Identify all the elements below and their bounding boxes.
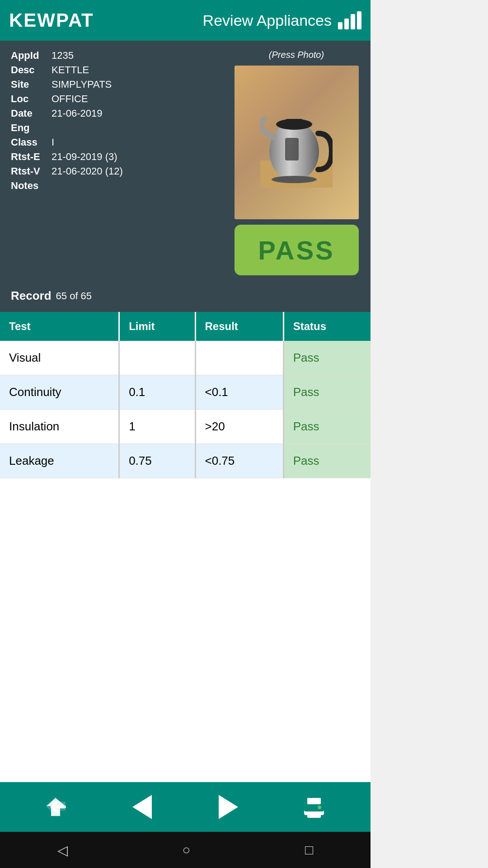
cell-limit bbox=[119, 341, 195, 375]
back-home-button[interactable] bbox=[38, 789, 75, 825]
col-header-test: Test bbox=[0, 312, 119, 341]
appid-label: AppId bbox=[11, 50, 47, 61]
svg-point-16 bbox=[318, 806, 321, 809]
desc-row: Desc KETTLE bbox=[11, 64, 224, 76]
print-icon bbox=[300, 793, 328, 821]
date-value: 21-06-2019 bbox=[52, 108, 103, 119]
next-button[interactable] bbox=[210, 789, 246, 825]
app-logo: KEWPAT bbox=[9, 9, 94, 31]
bar4 bbox=[357, 11, 361, 29]
bar-chart-icon bbox=[338, 11, 361, 29]
rtst-e-value: 21-09-2019 (3) bbox=[52, 151, 117, 163]
appid-value: 1235 bbox=[52, 50, 74, 61]
cell-test: Leakage bbox=[0, 444, 119, 478]
table-header-row: Test Limit Result Status bbox=[0, 312, 371, 341]
appliance-photo-inner bbox=[235, 66, 359, 219]
cell-result bbox=[195, 341, 283, 375]
notes-label: Notes bbox=[11, 180, 47, 192]
print-button[interactable] bbox=[296, 789, 332, 825]
site-value: SIMPLYPATS bbox=[52, 79, 112, 90]
loc-row: Loc OFFICE bbox=[11, 93, 224, 105]
col-header-limit: Limit bbox=[119, 312, 195, 341]
svg-marker-10 bbox=[219, 796, 237, 818]
svg-rect-5 bbox=[285, 138, 299, 160]
cell-status: Pass bbox=[283, 444, 371, 478]
date-label: Date bbox=[11, 108, 47, 119]
class-value: I bbox=[52, 137, 54, 148]
press-photo-label[interactable]: (Press Photo) bbox=[269, 50, 324, 60]
cell-limit: 0.75 bbox=[119, 444, 195, 478]
android-home-button[interactable]: ○ bbox=[182, 842, 190, 858]
cell-limit: 1 bbox=[119, 410, 195, 444]
cell-status: Pass bbox=[283, 410, 371, 444]
prev-button[interactable] bbox=[124, 789, 160, 825]
next-icon bbox=[217, 793, 239, 821]
class-row: Class I bbox=[11, 137, 224, 148]
date-row: Date 21-06-2019 bbox=[11, 108, 224, 119]
loc-label: Loc bbox=[11, 93, 47, 105]
header-title: Review Appliances bbox=[203, 12, 332, 29]
bar3 bbox=[351, 14, 355, 29]
desc-label: Desc bbox=[11, 64, 47, 76]
svg-point-6 bbox=[272, 176, 317, 183]
bar1 bbox=[338, 22, 343, 29]
rtst-e-label: Rtst-E bbox=[11, 151, 47, 163]
back-home-icon bbox=[43, 793, 70, 821]
record-section: Record 65 of 65 bbox=[0, 284, 371, 312]
eng-label: Eng bbox=[11, 122, 47, 134]
table-row: Insulation1>20Pass bbox=[0, 410, 371, 444]
header-right: Review Appliances bbox=[203, 11, 361, 29]
loc-value: OFFICE bbox=[52, 93, 88, 105]
table-row: VisualPass bbox=[0, 341, 371, 375]
cell-status: Pass bbox=[283, 341, 371, 375]
table-row: Continuity0.1<0.1Pass bbox=[0, 375, 371, 410]
site-row: Site SIMPLYPATS bbox=[11, 79, 224, 90]
spacer bbox=[0, 630, 371, 782]
cell-result: >20 bbox=[195, 410, 283, 444]
svg-rect-4 bbox=[285, 119, 303, 126]
android-navigation: ◁ ○ □ bbox=[0, 832, 371, 868]
test-results-section: Test Limit Result Status VisualPassConti… bbox=[0, 312, 371, 630]
prev-icon bbox=[131, 793, 154, 821]
pass-text: PASS bbox=[258, 235, 335, 265]
class-label: Class bbox=[11, 137, 47, 148]
table-row: Leakage0.75<0.75Pass bbox=[0, 444, 371, 478]
pass-badge: PASS bbox=[235, 225, 359, 275]
site-label: Site bbox=[11, 79, 47, 90]
appliance-photo[interactable] bbox=[235, 66, 359, 219]
rtst-e-row: Rtst-E 21-09-2019 (3) bbox=[11, 151, 224, 163]
record-value: 65 of 65 bbox=[56, 290, 92, 302]
col-header-result: Result bbox=[195, 312, 283, 341]
rtst-v-value: 21-06-2020 (12) bbox=[52, 165, 123, 177]
svg-marker-9 bbox=[133, 796, 151, 818]
desc-value: KETTLE bbox=[52, 64, 89, 76]
rtst-v-label: Rtst-V bbox=[11, 165, 47, 177]
bottom-navigation bbox=[0, 782, 371, 832]
app-header: KEWPAT Review Appliances bbox=[0, 0, 371, 41]
appliance-photo-area: (Press Photo) bbox=[233, 50, 360, 275]
rtst-v-row: Rtst-V 21-06-2020 (12) bbox=[11, 165, 224, 177]
cell-limit: 0.1 bbox=[119, 375, 195, 410]
record-label: Record bbox=[11, 289, 52, 303]
cell-result: <0.1 bbox=[195, 375, 283, 410]
appliance-info: AppId 1235 Desc KETTLE Site SIMPLYPATS L… bbox=[0, 41, 371, 284]
eng-row: Eng bbox=[11, 122, 224, 134]
cell-result: <0.75 bbox=[195, 444, 283, 478]
test-results-table: Test Limit Result Status VisualPassConti… bbox=[0, 312, 371, 478]
android-recents-button[interactable]: □ bbox=[305, 842, 313, 858]
appliance-details-left: AppId 1235 Desc KETTLE Site SIMPLYPATS L… bbox=[11, 50, 224, 275]
svg-rect-15 bbox=[307, 798, 321, 804]
android-back-button[interactable]: ◁ bbox=[57, 842, 68, 858]
cell-test: Continuity bbox=[0, 375, 119, 410]
cell-test: Visual bbox=[0, 341, 119, 375]
kettle-image-svg bbox=[260, 97, 333, 188]
notes-row: Notes bbox=[11, 180, 224, 192]
col-header-status: Status bbox=[283, 312, 371, 341]
cell-status: Pass bbox=[283, 375, 371, 410]
appid-row: AppId 1235 bbox=[11, 50, 224, 61]
bar2 bbox=[344, 19, 349, 29]
cell-test: Insulation bbox=[0, 410, 119, 444]
